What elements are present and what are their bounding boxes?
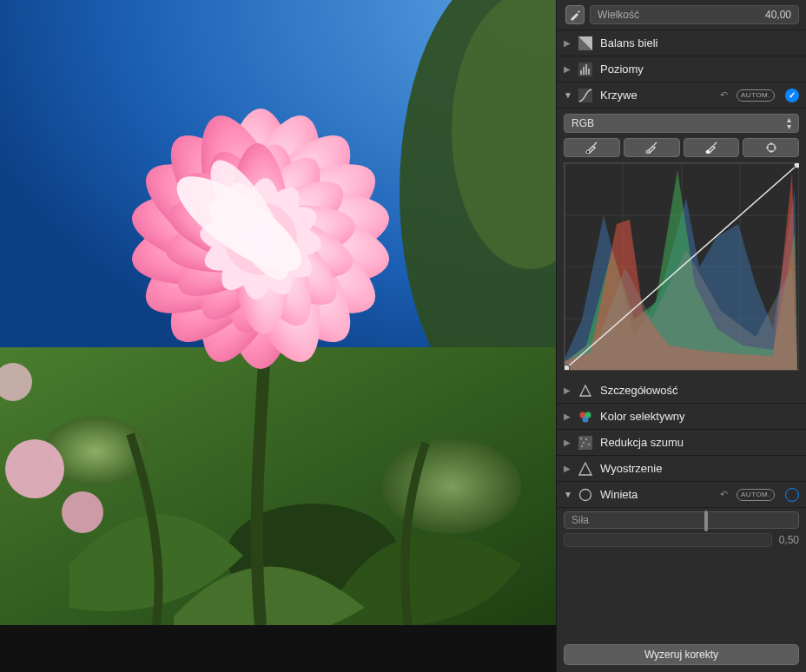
chevron-right-icon: ▶ [564, 385, 572, 395]
white-point-picker[interactable] [684, 138, 740, 157]
chevron-right-icon: ▶ [564, 438, 572, 447]
edited-photo [0, 0, 556, 625]
section-curves[interactable]: ▼ Krzywe ↶ AUTOM. [557, 82, 806, 109]
vignette-strength-slider[interactable]: Siła [564, 511, 799, 529]
noise-reduction-icon [578, 435, 593, 451]
levels-icon [578, 62, 593, 77]
svg-rect-68 [581, 445, 583, 447]
slider-thumb[interactable] [704, 511, 708, 531]
vignette-radius-row: 0,50 [557, 532, 806, 548]
svg-rect-64 [580, 438, 582, 439]
section-label: Wyostrzenie [598, 462, 799, 475]
chevron-right-icon: ▶ [564, 38, 572, 48]
svg-point-46 [706, 150, 710, 154]
section-noise-reduction[interactable]: ▶ Redukcja szumu [557, 430, 806, 456]
section-label: Szczegółowość [598, 384, 799, 397]
brush-size-value: 40,00 [765, 9, 791, 21]
curves-channel-select[interactable]: RGB ▴▾ [564, 114, 799, 133]
section-label: Balans bieli [598, 36, 799, 49]
undo-icon[interactable]: ↶ [720, 89, 728, 101]
auto-button[interactable]: AUTOM. [737, 89, 775, 102]
section-label: Krzywe [598, 89, 715, 102]
vignette-toggle[interactable] [785, 488, 799, 502]
black-point-picker[interactable] [564, 138, 620, 157]
brush-size-row: Wielkość 40,00 [557, 0, 806, 30]
chevron-down-icon: ▼ [564, 490, 572, 499]
chevron-right-icon: ▶ [564, 464, 572, 473]
svg-point-7 [5, 439, 64, 498]
section-label: Kolor selektywny [598, 410, 799, 423]
adjustments-panel: Wielkość 40,00 ▶ Balans bieli ▶ Poziomy … [556, 0, 806, 672]
section-label: Winieta [598, 488, 715, 501]
detail-icon [578, 383, 593, 399]
svg-rect-65 [585, 438, 587, 440]
svg-marker-59 [580, 385, 591, 396]
vignette-strength-label: Siła [571, 514, 589, 526]
chevron-down-icon: ▼ [564, 90, 572, 100]
selective-color-icon [578, 409, 593, 425]
svg-point-70 [580, 489, 591, 500]
svg-point-8 [62, 491, 103, 533]
section-detail[interactable]: ▶ Szczegółowość [557, 378, 806, 404]
brush-size-label: Wielkość [598, 9, 758, 21]
undo-icon[interactable]: ↶ [720, 489, 728, 500]
svg-point-45 [646, 150, 650, 154]
auto-button[interactable]: AUTOM. [737, 489, 775, 501]
vignette-radius-slider[interactable] [564, 533, 772, 547]
svg-point-5 [382, 438, 521, 534]
vignette-radius-value: 0,50 [779, 534, 799, 546]
image-canvas[interactable] [0, 0, 556, 672]
svg-point-44 [586, 150, 590, 154]
svg-point-58 [794, 163, 799, 168]
svg-rect-40 [583, 67, 585, 75]
white-balance-icon [578, 36, 593, 51]
brush-size-slider[interactable]: Wielkość 40,00 [590, 5, 799, 24]
curves-toggle[interactable] [785, 89, 799, 102]
curves-tool-strip [557, 138, 806, 162]
chevron-right-icon: ▶ [564, 412, 572, 421]
add-point-tool[interactable] [743, 138, 799, 157]
section-white-balance[interactable]: ▶ Balans bieli [557, 30, 806, 56]
section-label: Redukcja szumu [598, 436, 799, 449]
reset-button-label: Wyzeruj korekty [644, 649, 718, 661]
section-vignette[interactable]: ▼ Winieta ↶ AUTOM. [557, 482, 806, 508]
svg-rect-67 [588, 444, 590, 445]
section-levels[interactable]: ▶ Poziomy [557, 56, 806, 82]
gray-point-picker[interactable] [624, 138, 680, 157]
svg-rect-66 [583, 442, 585, 444]
vignette-strength-row: Siła [557, 508, 806, 532]
section-label: Poziomy [598, 63, 799, 76]
svg-point-62 [583, 416, 589, 422]
sharpening-icon [578, 461, 593, 477]
select-stepper-icon: ▴▾ [787, 116, 791, 130]
svg-point-57 [565, 365, 570, 370]
section-selective-color[interactable]: ▶ Kolor selektywny [557, 404, 806, 430]
vignette-icon [578, 487, 593, 503]
svg-marker-69 [579, 463, 591, 475]
svg-rect-39 [580, 70, 582, 75]
curves-histogram[interactable] [564, 162, 799, 371]
curves-icon [578, 88, 593, 103]
curves-channel-value: RGB [571, 117, 594, 129]
reset-adjustments-button[interactable]: Wyzeruj korekty [564, 644, 799, 665]
section-sharpening[interactable]: ▶ Wyostrzenie [557, 456, 806, 482]
brush-icon[interactable] [565, 5, 585, 24]
svg-rect-41 [585, 64, 587, 75]
chevron-right-icon: ▶ [564, 64, 572, 74]
svg-rect-42 [588, 69, 590, 75]
